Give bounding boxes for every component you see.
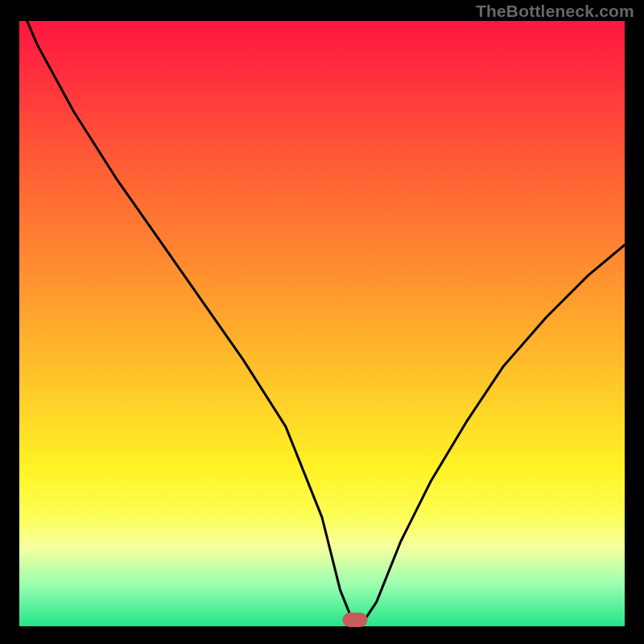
heat-gradient [19,21,625,626]
plot-area [19,21,625,626]
optimal-point-marker [343,613,368,627]
watermark-text: TheBottleneck.com [476,2,634,21]
chart-stage: TheBottleneck.com [0,0,644,644]
